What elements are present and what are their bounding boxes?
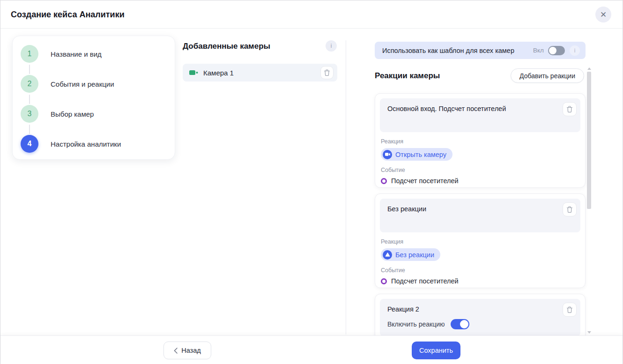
reaction-card-header: Без реакции	[380, 199, 580, 232]
trash-icon	[324, 69, 330, 76]
close-icon: ✕	[600, 10, 607, 20]
create-analytics-case-modal: Создание кейса Аналитики ✕ 1 Название и …	[0, 0, 623, 364]
stepper-step-camera-selection[interactable]: 3 Выбор камер	[21, 105, 94, 123]
page-title: Создание кейса Аналитики	[11, 10, 125, 20]
reaction-field-label: Реакция	[381, 138, 580, 145]
step-label: События и реакции	[51, 80, 114, 88]
trash-icon	[566, 306, 573, 313]
enable-reaction-toggle[interactable]	[451, 319, 469, 329]
save-button[interactable]: Сохранить	[412, 342, 460, 359]
back-button-label: Назад	[181, 347, 201, 354]
video-camera-icon	[189, 69, 199, 76]
enable-reaction-row: Включить реакцию	[387, 319, 556, 329]
scrollbar-thumb[interactable]	[587, 72, 591, 209]
reaction-card: Без реакции Реакция Без реакции Событие …	[375, 193, 586, 288]
step-label: Название и вид	[51, 50, 102, 58]
step-label: Выбор камер	[51, 110, 94, 118]
step-number-badge: 3	[21, 105, 38, 123]
reaction-title: Реакция 2	[387, 305, 556, 313]
step-number-badge: 4	[21, 135, 38, 153]
event-ring-icon	[381, 178, 387, 184]
camera-icon	[383, 150, 392, 159]
modal-header: Создание кейса Аналитики ✕	[0, 0, 623, 29]
reactions-scrollbar	[587, 67, 592, 334]
step-label: Настройка аналитики	[51, 140, 121, 148]
no-reaction-icon	[383, 250, 392, 260]
info-icon[interactable]: i	[570, 45, 580, 56]
step-connector	[29, 65, 30, 74]
toggle-knob	[460, 320, 468, 328]
panel-divider	[346, 40, 346, 334]
enable-reaction-label: Включить реакцию	[387, 320, 445, 328]
template-toggle[interactable]	[548, 46, 565, 55]
event-row: Подсчет посетителей	[381, 277, 580, 285]
close-button[interactable]: ✕	[595, 7, 611, 22]
trash-icon	[566, 106, 573, 113]
back-button[interactable]: Назад	[163, 342, 211, 359]
delete-reaction-button[interactable]	[563, 202, 577, 216]
toggle-state-label: Вкл	[533, 47, 544, 54]
event-field-label: Событие	[381, 267, 580, 274]
camera-list-item[interactable]: Камера 1	[183, 64, 337, 82]
event-name: Подсчет посетителей	[391, 277, 459, 285]
reactions-header: Реакции камеры Добавить реакции	[375, 68, 586, 83]
info-glyph: i	[331, 43, 332, 49]
reaction-card-header: Основной вход. Подсчет посетителей	[380, 98, 580, 132]
reaction-card: Реакция 2 Включить реакцию	[375, 294, 586, 341]
stepper-step-name-and-type[interactable]: 1 Название и вид	[21, 45, 102, 63]
step-number-badge: 2	[21, 75, 38, 93]
reaction-field-label: Реакция	[381, 238, 580, 245]
delete-reaction-button[interactable]	[563, 303, 577, 317]
camera-name: Камера 1	[203, 69, 320, 77]
reaction-chip-label: Открыть камеру	[395, 151, 446, 158]
modal-footer: Назад Сохранить	[0, 335, 623, 364]
reaction-title: Без реакции	[387, 205, 556, 213]
info-glyph: i	[574, 47, 576, 54]
event-name: Подсчет посетителей	[391, 177, 459, 185]
step-connector	[29, 95, 30, 104]
delete-reaction-button[interactable]	[563, 102, 577, 116]
toggle-knob	[549, 47, 556, 54]
event-ring-icon	[381, 278, 387, 284]
stepper-step-analytics-settings[interactable]: 4 Настройка аналитики	[21, 135, 121, 153]
info-icon[interactable]: i	[326, 40, 337, 52]
trash-icon	[566, 206, 573, 213]
added-cameras-title: Добавленные камеры	[183, 42, 337, 51]
wizard-stepper: 1 Название и вид 2 События и реакции 3 В…	[12, 36, 175, 160]
reaction-chip-label: Без реакции	[395, 251, 434, 259]
reactions-title: Реакции камеры	[375, 71, 440, 81]
reaction-chip[interactable]: Без реакции	[381, 248, 440, 261]
step-connector	[29, 125, 30, 134]
event-row: Подсчет посетителей	[381, 177, 580, 185]
scroll-up-arrow[interactable]	[587, 67, 591, 70]
template-banner: Использовать как шаблон для всех камер В…	[375, 42, 586, 59]
step-number-badge: 1	[21, 45, 38, 63]
template-banner-label: Использовать как шаблон для всех камер	[382, 47, 533, 54]
stepper-step-events-and-reactions[interactable]: 2 События и реакции	[21, 75, 114, 93]
add-reactions-button[interactable]: Добавить реакции	[511, 68, 584, 83]
scroll-down-arrow[interactable]	[587, 331, 591, 334]
reaction-title: Основной вход. Подсчет посетителей	[387, 105, 556, 112]
reaction-card-header: Реакция 2 Включить реакцию	[380, 299, 580, 336]
reaction-card: Основной вход. Подсчет посетителей Реакц…	[375, 93, 586, 188]
reaction-chip[interactable]: Открыть камеру	[381, 148, 452, 161]
chevron-left-icon	[174, 348, 178, 354]
event-field-label: Событие	[381, 167, 580, 173]
added-cameras-panel: Добавленные камеры i Камера 1	[183, 40, 337, 51]
delete-camera-button[interactable]	[320, 66, 334, 79]
